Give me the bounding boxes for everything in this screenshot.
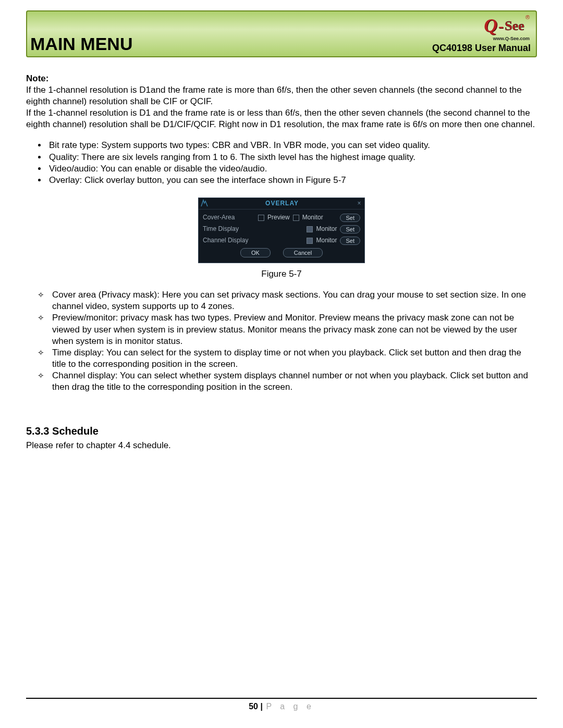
logo-dash: - xyxy=(498,16,504,36)
row-label: Cover-Area xyxy=(203,214,255,222)
section-heading: 5.3.3 Schedule xyxy=(26,424,537,438)
diamond-list: Cover area (Privacy mask): Here you can … xyxy=(38,289,537,393)
logo-see: See xyxy=(505,17,524,35)
list-item: Cover area (Privacy mask): Here you can … xyxy=(38,289,537,312)
page-title: MAIN MENU xyxy=(30,32,132,55)
set-button[interactable]: Set xyxy=(340,214,360,222)
overlay-row-time-display: Time Display Monitor Set xyxy=(203,225,360,233)
overlay-row-cover-area: Cover-Area Preview Monitor Set xyxy=(203,214,360,222)
row-label: Channel Display xyxy=(203,237,255,245)
monitor-label: Monitor xyxy=(316,237,337,245)
bullet-list: Bit rate type: System supports two types… xyxy=(47,140,537,186)
logo-q: Q xyxy=(484,14,497,38)
row-label: Time Display xyxy=(203,225,255,233)
list-item: Video/audio: You can enable or disable t… xyxy=(47,163,537,175)
cancel-button[interactable]: Cancel xyxy=(283,248,323,257)
set-button[interactable]: Set xyxy=(340,237,360,245)
monitor-label: Monitor xyxy=(302,214,323,222)
page-sep: | xyxy=(258,702,265,711)
monitor-checkbox[interactable] xyxy=(293,215,299,221)
brand-logo: Q - See ® www.Q-See.com xyxy=(484,14,530,42)
section-body: Please refer to chapter 4.4 schedule. xyxy=(26,440,537,451)
ok-button[interactable]: OK xyxy=(240,248,271,257)
note-paragraph-2: If the 1-channel resolution is D1 and th… xyxy=(26,107,537,130)
list-item: Overlay: Click overlay button, you can s… xyxy=(47,175,537,186)
list-item: Preview/monitor: privacy mask has two ty… xyxy=(38,312,537,347)
page-footer: 50 | P a g e xyxy=(0,701,563,712)
footer-rule xyxy=(26,698,537,699)
monitor-checkbox[interactable] xyxy=(307,238,313,244)
page-number: 50 xyxy=(249,702,258,711)
preview-label: Preview xyxy=(267,214,290,222)
overlay-title: OVERLAY xyxy=(210,200,354,208)
overlay-titlebar: OVERLAY × xyxy=(199,198,364,209)
note-paragraph-1: If the 1-channel resolution is D1and the… xyxy=(26,84,537,107)
close-icon[interactable]: × xyxy=(354,198,364,208)
overlay-dialog: OVERLAY × Cover-Area Preview Monitor Set xyxy=(198,198,365,263)
list-item: Time display: You can select for the sys… xyxy=(38,347,537,370)
monitor-checkbox[interactable] xyxy=(307,226,313,232)
overlay-app-icon xyxy=(199,198,210,209)
overlay-row-channel-display: Channel Display Monitor Set xyxy=(203,237,360,245)
figure-caption: Figure 5-7 xyxy=(26,268,537,280)
logo-trademark: ® xyxy=(525,14,530,21)
set-button[interactable]: Set xyxy=(340,225,360,233)
overlay-dialog-figure: OVERLAY × Cover-Area Preview Monitor Set xyxy=(198,198,365,263)
page-word: P a g e xyxy=(266,702,314,711)
doc-label: QC40198 User Manual xyxy=(432,42,531,54)
note-label: Note: xyxy=(26,73,537,84)
monitor-label: Monitor xyxy=(316,225,337,233)
list-item: Bit rate type: System supports two types… xyxy=(47,140,537,151)
list-item: Quality: There are six levels ranging fr… xyxy=(47,152,537,163)
list-item: Channel display: You can select whether … xyxy=(38,370,537,393)
header-band: Q - See ® www.Q-See.com MAIN MENU QC4019… xyxy=(26,10,537,57)
preview-checkbox[interactable] xyxy=(258,215,264,221)
